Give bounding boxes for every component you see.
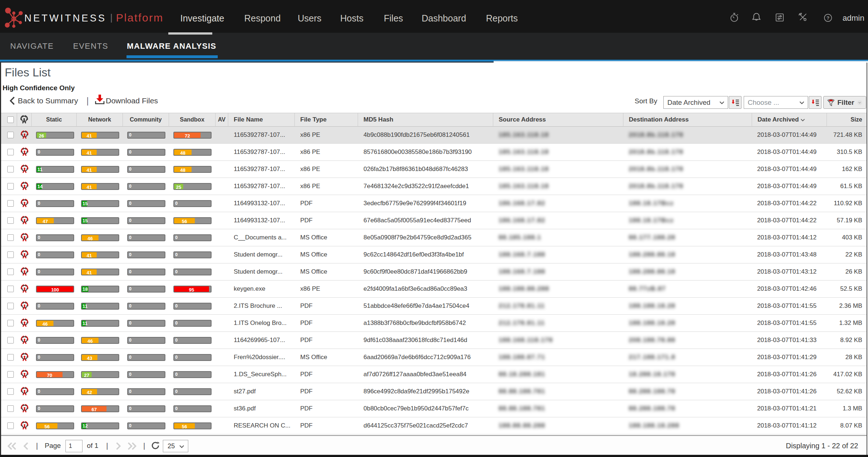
svg-text:?: ? [827, 15, 829, 21]
